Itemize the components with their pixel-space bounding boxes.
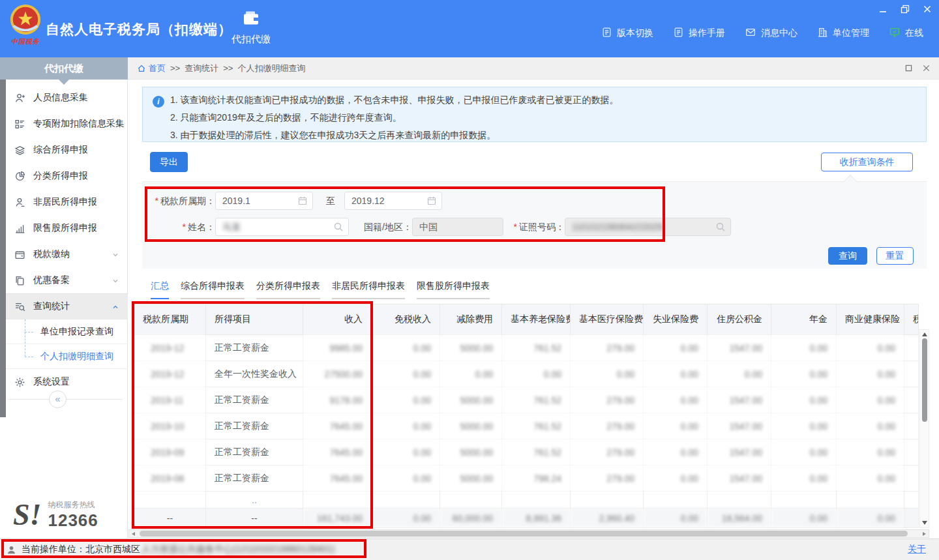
top-nav-item-1[interactable]: 版本切换 — [601, 27, 653, 40]
table-cell — [303, 492, 372, 508]
period-to-input[interactable]: 2019.12 — [344, 192, 442, 210]
person-icon — [14, 197, 25, 208]
column-header: 减除费用 — [440, 304, 502, 335]
top-nav-label: 操作手册 — [689, 27, 725, 39]
tab-3[interactable]: 分类所得申报表 — [256, 280, 320, 299]
table-cell: 7645.00 — [303, 413, 372, 439]
restore-icon[interactable] — [900, 4, 910, 14]
scroll-down-icon[interactable] — [922, 521, 927, 525]
sidebar-item[interactable]: 分类所得申报 — [6, 163, 128, 189]
table-total-cell: 0.00 — [771, 508, 837, 528]
vertical-scrollbar[interactable] — [919, 329, 929, 528]
table-cell: 0.00 — [837, 335, 904, 361]
logo-caption: 中国税务 — [7, 37, 44, 46]
table-cell: 7645.00 — [303, 439, 372, 465]
info-icon: i — [153, 96, 164, 108]
tab-5[interactable]: 限售股所得申报表 — [417, 280, 490, 299]
table-total-cell: -- — [134, 508, 206, 528]
sidebar-item-label: 系统设置 — [33, 376, 70, 388]
building-icon — [817, 27, 828, 40]
nationality-input[interactable]: 中国 — [412, 218, 503, 236]
sidebar-item[interactable]: 专项附加扣除信息采集 — [6, 111, 128, 137]
sidebar-item[interactable]: 非居民所得申报 — [6, 189, 128, 215]
table-cell: 5000.00 — [440, 439, 502, 465]
top-nav-item-5[interactable]: 在线 — [889, 27, 923, 40]
sidebar-item[interactable]: 优惠备案 — [6, 267, 128, 293]
vertical-scroll-thumb[interactable] — [922, 338, 927, 422]
wallet-icon — [14, 249, 25, 260]
table-cell: 0.00 — [644, 413, 708, 439]
table-row: 2019-12全年一次性奖金收入27500.000.000.000.000.00… — [134, 361, 919, 387]
hotline-number: 12366 — [48, 510, 98, 531]
table-cell — [904, 439, 919, 465]
table-cell: 9178.00 — [303, 387, 372, 413]
period-from-input[interactable]: 2019.1 — [215, 192, 313, 210]
table-cell: 0.00 — [771, 361, 837, 387]
table-cell: 0.00 — [771, 465, 837, 492]
sidebar-item[interactable]: 人员信息采集 — [6, 85, 128, 111]
table-cell: 正常工资薪金 — [206, 465, 303, 492]
tab-2[interactable]: 综合所得申报表 — [181, 280, 245, 299]
table-cell: 0.00 — [502, 361, 571, 387]
collapse-query-button[interactable]: 收折查询条件 — [821, 153, 913, 171]
sidebar-item-label: 查询统计 — [33, 301, 70, 312]
name-input[interactable]: 马某 — [215, 218, 349, 236]
table-cell: 0.00 — [644, 465, 708, 492]
status-bar: 当前操作单位：北京市西城区人力资源公共服务中心(1211010219960128… — [0, 538, 939, 560]
sidebar-item[interactable]: 综合所得申报 — [6, 137, 128, 163]
result-tabs: 汇总综合所得申报表分类所得申报表非居民所得申报表限售股所得申报表 — [151, 280, 490, 299]
table-cell: 2019-10 — [134, 413, 206, 439]
sidebar-item-label: 综合所得申报 — [33, 144, 88, 156]
tab-1[interactable]: 汇总 — [151, 280, 169, 299]
sidebar: 代扣代缴 人员信息采集专项附加扣除信息采集综合所得申报分类所得申报非居民所得申报… — [0, 57, 128, 538]
breadcrumb-item: 个人扣缴明细查询 — [237, 63, 305, 74]
table-cell: 279.00 — [571, 387, 644, 413]
tab-4[interactable]: 非居民所得申报表 — [332, 280, 405, 299]
sidebar-subitem[interactable]: 单位申报记录查询 — [6, 319, 128, 344]
sidebar-item[interactable]: 限售股所得申报 — [6, 215, 128, 241]
table-row: 2019-09正常工资薪金7645.000.005000.00761.52279… — [134, 439, 919, 465]
minimize-icon[interactable] — [878, 4, 888, 14]
sidebar-collapse-button[interactable]: « — [49, 391, 67, 408]
sidebar-subitem[interactable]: 个人扣缴明细查询 — [6, 344, 128, 369]
hotline-label: 纳税服务热线 — [48, 499, 98, 510]
top-nav-item-3[interactable]: 消息中心 — [745, 27, 797, 40]
sidebar-item[interactable]: 查询统计 — [6, 293, 128, 319]
table-cell: 1547.00 — [708, 413, 771, 439]
top-nav-item-2[interactable]: 操作手册 — [673, 27, 725, 40]
table-row: 2019-08正常工资薪金7645.000.005000.00798.24279… — [134, 465, 919, 492]
table-row: 2019-10正常工资薪金7645.000.005000.00761.52279… — [134, 413, 919, 439]
scroll-left-icon[interactable] — [132, 532, 135, 536]
top-nav-item-4[interactable]: 单位管理 — [817, 27, 869, 40]
table-cell: 761.52 — [502, 335, 571, 361]
table-cell: 5000.00 — [440, 413, 502, 439]
scroll-right-icon[interactable] — [923, 532, 926, 536]
export-button[interactable]: 导出 — [150, 152, 188, 172]
search-icon — [715, 222, 726, 232]
national-emblem-icon — [9, 3, 42, 36]
table-cell: 0.00 — [771, 387, 837, 413]
breadcrumb-home[interactable]: 首页 — [137, 63, 166, 74]
table-cell: 279.00 — [571, 439, 644, 465]
id-number-input[interactable]: 110102199304222029 — [565, 218, 731, 236]
horizontal-scroll-thumb[interactable] — [140, 531, 908, 537]
table-cell: 正常工资薪金 — [206, 335, 303, 361]
nationality-label: 国籍/地区： — [352, 218, 412, 236]
page-maximize-icon[interactable] — [905, 65, 912, 72]
query-button[interactable]: 查询 — [828, 247, 867, 265]
table-cell — [904, 413, 919, 439]
table-cell: 2019-11 — [134, 387, 206, 413]
module-tab-daikou-daijiao[interactable]: 代扣代缴 — [225, 8, 277, 46]
horizontal-scrollbar[interactable] — [128, 529, 929, 538]
id-label: *证照号码： — [502, 218, 565, 236]
reset-button[interactable]: 重置 — [876, 247, 914, 265]
table-cell: 279.00 — [571, 335, 644, 361]
table-cell: 正常工资薪金 — [206, 439, 303, 465]
scroll-up-icon[interactable] — [922, 332, 927, 336]
about-link[interactable]: 关于 — [908, 544, 926, 555]
page-close-icon[interactable] — [923, 65, 930, 72]
app-title: 自然人电子税务局（扣缴端） — [46, 20, 232, 38]
sidebar-item[interactable]: 税款缴纳 — [6, 241, 128, 267]
close-icon[interactable] — [922, 4, 932, 14]
sidebar-scrollbar[interactable] — [0, 57, 6, 417]
